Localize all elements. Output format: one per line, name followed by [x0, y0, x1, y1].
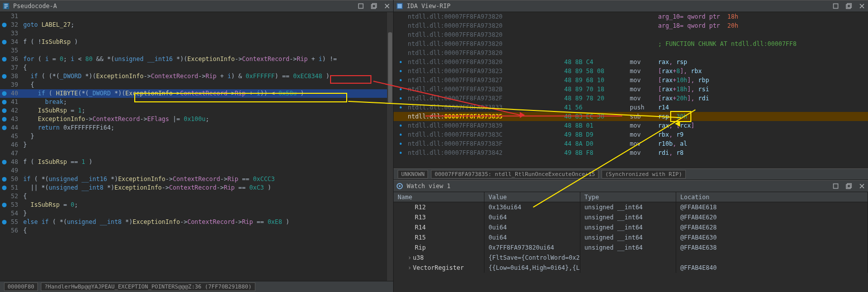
- disasm-restore-button[interactable]: [830, 1, 842, 11]
- code-line[interactable]: 34f ( !IsSubRsp ): [0, 38, 393, 46]
- code-line[interactable]: 53 IsSubRsp = 0;: [0, 201, 393, 209]
- line-number: 47: [0, 149, 21, 158]
- watch-header-type[interactable]: Type: [580, 192, 676, 202]
- watch-loc-cell: @FFAB4E618: [676, 202, 868, 212]
- code-line[interactable]: 31: [0, 12, 393, 21]
- code-content: if ( HIBYTE(*(_DWORD *)(ExceptionInfo->C…: [21, 89, 304, 98]
- code-line[interactable]: 47: [0, 149, 393, 158]
- line-number: 41: [0, 98, 21, 106]
- watch-name-cell: R12: [394, 202, 484, 212]
- code-line[interactable]: 35: [0, 46, 393, 55]
- disasm-line[interactable]: •ntdll.dll:00007FF8FA97383948 8B 01movra…: [394, 121, 868, 130]
- pseudocode-restore-button[interactable]: [355, 1, 367, 11]
- watch-row[interactable]: ›VectorRegister{{Low=0ui64,High=0i64},{L…: [394, 263, 868, 273]
- disasm-current-ip[interactable]: ntdll.dll:00007FF8FA97383548 83 EC 30sub…: [394, 112, 868, 121]
- code-line[interactable]: 42 IsSubRsp = 1;: [0, 106, 393, 115]
- code-content: }: [21, 141, 27, 149]
- disasm-line[interactable]: •ntdll.dll:00007FF8FA97382348 89 58 08mo…: [394, 67, 868, 76]
- svg-rect-12: [847, 184, 851, 188]
- right-pane: IDA View-RIP ntdll.dll:00007FF8FA973820a…: [394, 0, 868, 292]
- watch-type-cell: unsigned __int64: [580, 243, 676, 253]
- watch-header-name[interactable]: Name: [394, 192, 484, 202]
- line-number: 37: [0, 64, 21, 72]
- pseudocode-scrollbar[interactable]: [387, 12, 393, 281]
- pseudocode-maximize-button[interactable]: [368, 1, 380, 11]
- disasm-status-sync: (Synchronized with RIP): [602, 170, 685, 179]
- watch-restore-button[interactable]: [830, 181, 842, 191]
- svg-rect-7: [847, 4, 851, 8]
- svg-rect-1: [359, 4, 363, 9]
- line-number: 32: [0, 21, 21, 29]
- disasm-code-area[interactable]: ntdll.dll:00007FF8FA973820arg_10= qword …: [394, 12, 868, 168]
- code-line[interactable]: 51 || *(unsigned __int8 *)ExceptionInfo-…: [0, 184, 393, 192]
- watch-value-cell: 0ui64: [484, 222, 580, 232]
- disasm-line[interactable]: •ntdll.dll:00007FF8FA97382048 8B C4movra…: [394, 57, 868, 67]
- disasm-pane: IDA View-RIP ntdll.dll:00007FF8FA973820a…: [394, 0, 868, 180]
- watch-value-cell: 0x7FF8FA973820ui64: [484, 243, 580, 253]
- code-line[interactable]: 56{: [0, 226, 393, 235]
- code-line[interactable]: 49: [0, 166, 393, 175]
- code-line[interactable]: 52{: [0, 192, 393, 201]
- watch-name-cell: R15: [394, 232, 484, 243]
- pseudocode-close-button[interactable]: [381, 1, 393, 11]
- disasm-line[interactable]: •ntdll.dll:00007FF8FA97384249 8B F8movrd…: [394, 148, 868, 157]
- disasm-line[interactable]: •ntdll.dll:00007FF8FA97383F44 8A D0movr1…: [394, 139, 868, 148]
- watch-name-cell: Rip: [394, 243, 484, 253]
- disasm-blank-line: ntdll.dll:00007FF8FA973820: [394, 30, 868, 39]
- code-content: return 0xFFFFFFFFi64;: [21, 124, 115, 132]
- code-line[interactable]: 41 break;: [0, 98, 393, 106]
- line-number: 44: [0, 124, 21, 132]
- watch-loc-cell: @FFAB4E620: [676, 212, 868, 222]
- code-line[interactable]: 33: [0, 29, 393, 38]
- watch-row[interactable]: R150ui64unsigned __int64@FFAB4E630: [394, 232, 868, 243]
- watch-row[interactable]: R140ui64unsigned __int64@FFAB4E628: [394, 222, 868, 232]
- disasm-close-button[interactable]: [856, 1, 868, 11]
- disasm-line[interactable]: •ntdll.dll:00007FF8FA97383341 56pushr14: [394, 103, 868, 112]
- disasm-line[interactable]: •ntdll.dll:00007FF8FA97383C49 8B D9movrb…: [394, 130, 868, 139]
- watch-row[interactable]: ›u38{FltSave={ControlWord=0x27… $21DB2EE…: [394, 253, 868, 263]
- code-line[interactable]: 55else if ( *(unsigned __int8 *)Exceptio…: [0, 218, 393, 226]
- line-number: 46: [0, 141, 21, 149]
- code-content: ExceptionInfo->ContextRecord->EFlags |= …: [21, 115, 209, 124]
- line-number: 35: [0, 46, 21, 55]
- watch-type-cell: [580, 253, 676, 263]
- watch-table[interactable]: Name Value Type Location R120x136ui64uns…: [394, 192, 868, 292]
- watch-header-loc[interactable]: Location: [676, 192, 868, 202]
- code-line[interactable]: 36for ( i = 0; i < 80 && *(unsigned __in…: [0, 55, 393, 64]
- code-content: || *(unsigned __int8 *)ExceptionInfo->Co…: [21, 184, 271, 192]
- code-line[interactable]: 43 ExceptionInfo->ContextRecord->EFlags …: [0, 115, 393, 124]
- code-line[interactable]: 50if ( *(unsigned __int16 *)ExceptionInf…: [0, 175, 393, 184]
- disasm-line[interactable]: •ntdll.dll:00007FF8FA97382F48 89 78 20mo…: [394, 94, 868, 103]
- svg-rect-2: [372, 4, 376, 8]
- pseudocode-status-bar: 00000F80 ?HandlerHwBp@@YAJPEAU_EXCEPTION…: [0, 281, 393, 292]
- disasm-line[interactable]: •ntdll.dll:00007FF8FA97382B48 89 70 18mo…: [394, 85, 868, 94]
- watch-row[interactable]: Rip0x7FF8FA973820ui64unsigned __int64@FF…: [394, 243, 868, 253]
- code-content: break;: [21, 98, 67, 106]
- watch-loc-cell: @FFAB4E638: [676, 243, 868, 253]
- watch-close-button[interactable]: [856, 181, 868, 191]
- watch-header-value[interactable]: Value: [484, 192, 580, 202]
- code-line[interactable]: 38 if ( (*(_DWORD *)(ExceptionInfo->Cont…: [0, 72, 393, 81]
- disasm-title: IDA View-RIP: [407, 3, 829, 10]
- code-content: {: [21, 81, 34, 89]
- code-line[interactable]: 37{: [0, 64, 393, 72]
- watch-maximize-button[interactable]: [843, 181, 855, 191]
- watch-row[interactable]: R130ui64unsigned __int64@FFAB4E620: [394, 212, 868, 222]
- code-line[interactable]: 45 }: [0, 132, 393, 141]
- line-number: 45: [0, 132, 21, 141]
- disasm-line[interactable]: •ntdll.dll:00007FF8FA97382748 89 68 10mo…: [394, 76, 868, 85]
- pseudocode-code-area[interactable]: 3132goto LABEL_27;3334f ( !IsSubRsp )353…: [0, 12, 393, 281]
- svg-rect-6: [834, 4, 838, 9]
- code-content: }: [21, 209, 27, 218]
- code-line[interactable]: 44 return 0xFFFFFFFFi64;: [0, 124, 393, 132]
- disasm-arg-line: ntdll.dll:00007FF8FA973820arg_18= qword …: [394, 21, 868, 30]
- code-line[interactable]: 46}: [0, 141, 393, 149]
- code-line[interactable]: 54}: [0, 209, 393, 218]
- line-number: 52: [0, 192, 21, 201]
- code-line[interactable]: 40 if ( HIBYTE(*(_DWORD *)(ExceptionInfo…: [0, 89, 393, 98]
- code-line[interactable]: 48f ( IsSubRsp == 1 ): [0, 158, 393, 166]
- code-line[interactable]: 39 {: [0, 81, 393, 89]
- disasm-maximize-button[interactable]: [843, 1, 855, 11]
- code-line[interactable]: 32goto LABEL_27;: [0, 21, 393, 29]
- watch-row[interactable]: R120x136ui64unsigned __int64@FFAB4E618: [394, 202, 868, 212]
